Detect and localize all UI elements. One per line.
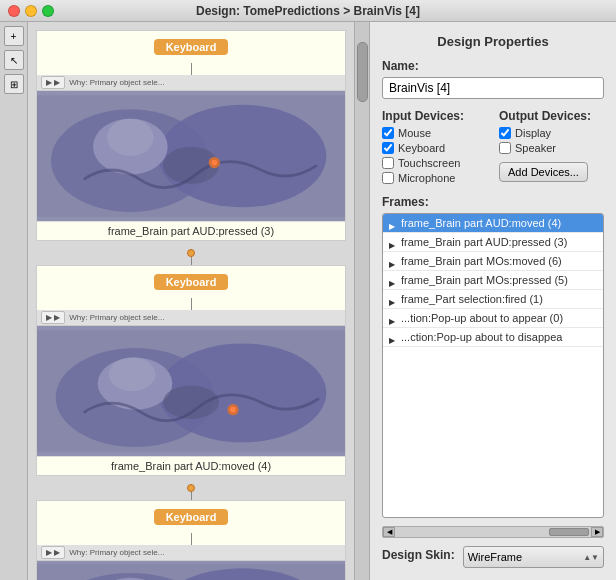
add-tool-button[interactable]: + (4, 26, 24, 46)
mouse-label: Mouse (398, 127, 431, 139)
maximize-button[interactable] (42, 5, 54, 17)
frame-arrow-4 (389, 295, 397, 303)
brain-image-2 (37, 326, 345, 456)
scrollbar-thumb[interactable] (357, 42, 368, 102)
line-connector-1 (37, 63, 345, 75)
checkbox-microphone-row: Microphone (382, 172, 487, 184)
frame-item-2[interactable]: frame_Brain part MOs:moved (6) (383, 252, 603, 271)
output-devices-label: Output Devices: (499, 109, 604, 123)
frame-tab-2: ▶ ▶ (41, 311, 65, 324)
orange-dot-2 (187, 484, 195, 492)
display-label: Display (515, 127, 551, 139)
keyboard-label-3: Keyboard (154, 509, 229, 525)
frame-toolbar-1: ▶ ▶ Why: Primary object sele... (37, 75, 345, 91)
frame-label-1: frame_Brain part AUD:pressed (3) (37, 221, 345, 240)
right-panel: Design Properties Name: Input Devices: M… (370, 22, 616, 580)
frame-label-2: frame_Brain part AUD:moved (4) (37, 456, 345, 475)
keyboard-label-2: Keyboard (154, 274, 229, 290)
titlebar: Design: TomePredictions > BrainVis [4] (0, 0, 616, 22)
frame-item-1[interactable]: frame_Brain part AUD:pressed (3) (383, 233, 603, 252)
select-tool-button[interactable]: ↖ (4, 50, 24, 70)
design-skin-select[interactable]: WireFrame ▲▼ (463, 546, 604, 568)
frame-item-0[interactable]: frame_Brain part AUD:moved (4) (383, 214, 603, 233)
traffic-lights (8, 5, 54, 17)
speaker-label: Speaker (515, 142, 556, 154)
brain-image-1 (37, 91, 345, 221)
frame-arrow-1 (389, 238, 397, 246)
frame-item-label-5: ...tion:Pop-up about to appear (0) (401, 312, 563, 324)
svg-point-5 (107, 119, 154, 156)
frames-list[interactable]: frame_Brain part AUD:moved (4) frame_Bra… (382, 213, 604, 518)
frame-arrow-0 (389, 219, 397, 227)
frame-block-1: Keyboard ▶ ▶ Why: Primary object sele... (36, 30, 346, 241)
name-input[interactable] (382, 77, 604, 99)
frame-arrow-5 (389, 314, 397, 322)
checkbox-keyboard-row: Keyboard (382, 142, 487, 154)
frame-item-label-4: frame_Part selection:fired (1) (401, 293, 543, 305)
grid-tool-button[interactable]: ⊞ (4, 74, 24, 94)
minimize-button[interactable] (25, 5, 37, 17)
touchscreen-checkbox[interactable] (382, 157, 394, 169)
select-arrow-icon: ▲▼ (583, 553, 599, 562)
svg-point-7 (212, 160, 218, 166)
keyboard-container-3: Keyboard (37, 501, 345, 533)
microphone-checkbox[interactable] (382, 172, 394, 184)
display-checkbox[interactable] (499, 127, 511, 139)
frame-toolbar-2: ▶ ▶ Why: Primary object sele... (37, 310, 345, 326)
name-label: Name: (382, 59, 604, 73)
svg-point-15 (230, 407, 236, 413)
touchscreen-label: Touchscreen (398, 157, 460, 169)
line-connector-2 (37, 298, 345, 310)
frames-scrollbar[interactable]: ◀ ▶ (382, 526, 604, 538)
frame-item-3[interactable]: frame_Brain part MOs:pressed (5) (383, 271, 603, 290)
frame-tab-1: ▶ ▶ (41, 76, 65, 89)
keyboard-container-1: Keyboard (37, 31, 345, 63)
checkbox-mouse-row: Mouse (382, 127, 487, 139)
speaker-checkbox[interactable] (499, 142, 511, 154)
line-connector-3 (37, 533, 345, 545)
keyboard-checkbox[interactable] (382, 142, 394, 154)
frame-arrow-6 (389, 333, 397, 341)
add-devices-button[interactable]: Add Devices... (499, 162, 588, 182)
output-devices-col: Output Devices: Display Speaker Add Devi… (499, 109, 604, 187)
brain-image-3 (37, 561, 345, 580)
frame-item-5[interactable]: ...tion:Pop-up about to appear (0) (383, 309, 603, 328)
canvas-scroll[interactable]: Keyboard ▶ ▶ Why: Primary object sele... (28, 22, 354, 580)
canvas-area: + ↖ ⊞ Keyboard ▶ ▶ Why: Primary obje (0, 22, 369, 580)
frame-item-6[interactable]: ...ction:Pop-up about to disappea (383, 328, 603, 347)
keyboard-label-1: Keyboard (154, 39, 229, 55)
frame-block-3: Keyboard ▶ ▶ Why: Primary object sele... (36, 500, 346, 580)
design-skin-value: WireFrame (468, 551, 522, 563)
main-container: + ↖ ⊞ Keyboard ▶ ▶ Why: Primary obje (0, 22, 616, 580)
scroll-right-button[interactable]: ▶ (591, 527, 603, 537)
mouse-checkbox[interactable] (382, 127, 394, 139)
checkbox-touchscreen-row: Touchscreen (382, 157, 487, 169)
toolbar: + ↖ ⊞ (0, 22, 28, 580)
frames-section: Frames: frame_Brain part AUD:moved (4) f… (382, 195, 604, 568)
frame-block-2: Keyboard ▶ ▶ Why: Primary object sele... (36, 265, 346, 476)
frame-item-label-3: frame_Brain part MOs:pressed (5) (401, 274, 568, 286)
frame-tab-3: ▶ ▶ (41, 546, 65, 559)
input-devices-col: Input Devices: Mouse Keyboard Touchscree… (382, 109, 487, 187)
frame-item-4[interactable]: frame_Part selection:fired (1) (383, 290, 603, 309)
frames-scrollbar-thumb[interactable] (549, 528, 589, 536)
frame-arrow-2 (389, 257, 397, 265)
frame-item-label-0: frame_Brain part AUD:moved (4) (401, 217, 561, 229)
frame-arrow-3 (389, 276, 397, 284)
checkbox-display-row: Display (499, 127, 604, 139)
keyboard-label-prop: Keyboard (398, 142, 445, 154)
design-skin-row: Design Skin: WireFrame ▲▼ (382, 546, 604, 568)
frame-item-label-6: ...ction:Pop-up about to disappea (401, 331, 562, 343)
svg-point-13 (109, 357, 156, 391)
close-button[interactable] (8, 5, 20, 17)
frame-toolbar-3: ▶ ▶ Why: Primary object sele... (37, 545, 345, 561)
window-title: Design: TomePredictions > BrainVis [4] (196, 4, 420, 18)
vertical-scrollbar[interactable] (354, 22, 369, 580)
checkbox-speaker-row: Speaker (499, 142, 604, 154)
scroll-left-button[interactable]: ◀ (383, 527, 395, 537)
input-devices-label: Input Devices: (382, 109, 487, 123)
frames-label: Frames: (382, 195, 604, 209)
frame-connector-2 (36, 484, 346, 500)
add-devices-container: Add Devices... (499, 162, 604, 182)
microphone-label: Microphone (398, 172, 455, 184)
